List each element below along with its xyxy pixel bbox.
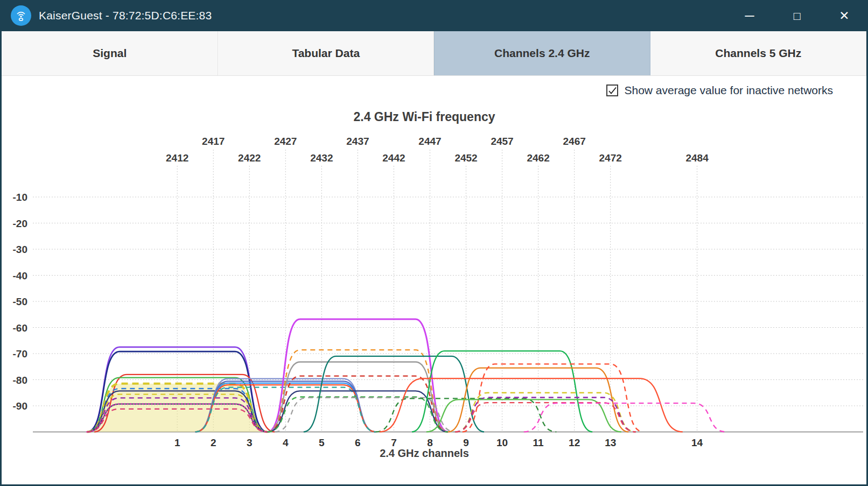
svg-text:4: 4 bbox=[283, 437, 289, 448]
window-controls: ─ □ ✕ bbox=[726, 0, 868, 31]
svg-text:14: 14 bbox=[691, 437, 703, 448]
svg-text:2447: 2447 bbox=[418, 136, 441, 147]
channels-24ghz-chart: 2417242724372447245724672412242224322442… bbox=[2, 129, 868, 469]
minimize-icon: ─ bbox=[745, 9, 754, 22]
svg-text:2: 2 bbox=[211, 437, 216, 448]
show-average-label[interactable]: Show average value for inactive networks bbox=[624, 84, 833, 97]
svg-text:-50: -50 bbox=[13, 296, 27, 307]
tab-label: Channels 2.4 GHz bbox=[494, 47, 590, 60]
svg-text:13: 13 bbox=[605, 437, 616, 448]
svg-text:2452: 2452 bbox=[454, 152, 477, 164]
show-average-option: Show average value for inactive networks bbox=[606, 84, 833, 97]
svg-text:2442: 2442 bbox=[382, 152, 405, 164]
svg-text:2422: 2422 bbox=[238, 152, 261, 164]
titlebar[interactable]: KaiserGuest - 78:72:5D:C6:EE:83 ─ □ ✕ bbox=[0, 0, 868, 31]
maximize-icon: □ bbox=[794, 10, 801, 22]
svg-text:-90: -90 bbox=[13, 400, 27, 412]
svg-text:6: 6 bbox=[355, 437, 361, 448]
svg-text:-10: -10 bbox=[13, 192, 27, 203]
svg-text:3: 3 bbox=[247, 437, 253, 448]
svg-text:2472: 2472 bbox=[599, 152, 622, 164]
tab-label: Signal bbox=[93, 47, 127, 60]
svg-text:2437: 2437 bbox=[346, 136, 369, 147]
svg-text:7: 7 bbox=[391, 437, 397, 448]
svg-text:1: 1 bbox=[174, 437, 180, 448]
app-window: KaiserGuest - 78:72:5D:C6:EE:83 ─ □ ✕ Si… bbox=[0, 0, 868, 486]
svg-text:-40: -40 bbox=[13, 270, 27, 281]
tab-channels-5ghz[interactable]: Channels 5 GHz bbox=[650, 31, 867, 75]
tab-label: Channels 5 GHz bbox=[715, 47, 801, 60]
svg-text:-70: -70 bbox=[13, 348, 27, 360]
svg-text:2412: 2412 bbox=[166, 152, 188, 164]
tab-bar: Signal Tabular Data Channels 2.4 GHz Cha… bbox=[2, 31, 866, 76]
close-icon: ✕ bbox=[839, 10, 849, 22]
svg-text:9: 9 bbox=[463, 437, 469, 448]
svg-text:2427: 2427 bbox=[274, 136, 297, 147]
svg-text:11: 11 bbox=[533, 437, 544, 448]
svg-text:2457: 2457 bbox=[491, 136, 513, 147]
minimize-button[interactable]: ─ bbox=[726, 0, 773, 31]
svg-text:-20: -20 bbox=[13, 218, 27, 229]
svg-text:5: 5 bbox=[319, 437, 325, 448]
svg-text:-80: -80 bbox=[13, 375, 27, 386]
tab-label: Tabular Data bbox=[292, 47, 360, 60]
svg-text:2432: 2432 bbox=[310, 152, 333, 164]
chart-x-axis-label: 2.4 GHz channels bbox=[2, 447, 847, 460]
svg-text:2484: 2484 bbox=[685, 152, 709, 164]
svg-text:2467: 2467 bbox=[563, 136, 586, 147]
app-logo-icon bbox=[11, 5, 31, 26]
tab-signal[interactable]: Signal bbox=[2, 31, 218, 75]
svg-text:2417: 2417 bbox=[202, 136, 225, 147]
svg-text:12: 12 bbox=[569, 437, 580, 448]
maximize-button[interactable]: □ bbox=[773, 0, 821, 31]
tab-tabular-data[interactable]: Tabular Data bbox=[218, 31, 435, 75]
svg-text:10: 10 bbox=[496, 437, 508, 448]
svg-text:-60: -60 bbox=[13, 322, 27, 334]
svg-text:8: 8 bbox=[427, 437, 433, 448]
tab-channels-24ghz[interactable]: Channels 2.4 GHz bbox=[434, 31, 650, 75]
window-title: KaiserGuest - 78:72:5D:C6:EE:83 bbox=[39, 9, 212, 22]
show-average-checkbox[interactable] bbox=[606, 84, 618, 96]
close-button[interactable]: ✕ bbox=[821, 0, 868, 31]
svg-text:-30: -30 bbox=[13, 244, 27, 255]
chart-title: 2.4 GHz Wi-Fi frequency bbox=[2, 110, 847, 124]
check-icon bbox=[608, 87, 617, 94]
svg-text:2462: 2462 bbox=[527, 152, 549, 164]
